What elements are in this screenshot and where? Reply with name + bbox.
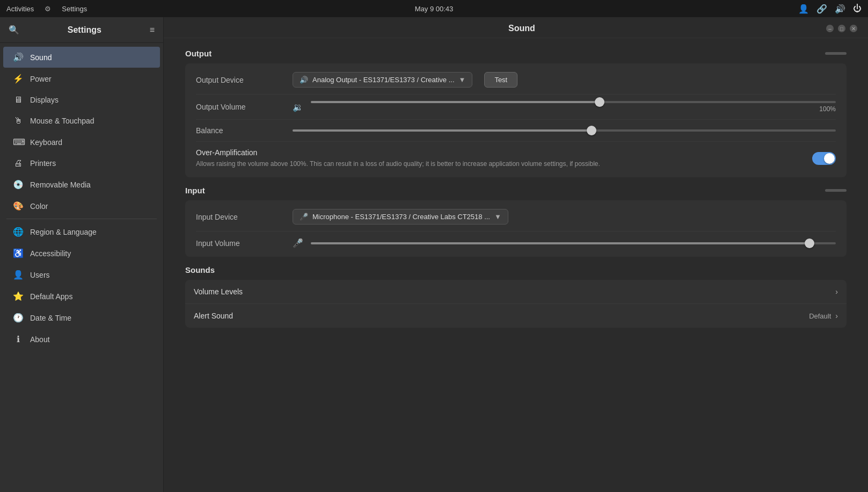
microphone-icon: 🎤 <box>300 213 308 221</box>
output-device-content: 🔊 Analog Output - ES1371/ES1373 / Creati… <box>293 72 836 88</box>
topbar-left: Activities ⚙ Settings <box>6 5 87 13</box>
toggle-knob <box>824 153 835 164</box>
balance-fill <box>293 129 592 132</box>
maximize-button[interactable]: □ <box>838 25 845 32</box>
input-volume-row: Input Volume 🎤 <box>196 231 836 248</box>
sidebar-item-mouse-touchpad[interactable]: 🖱 Mouse & Touchpad <box>3 111 160 131</box>
sounds-list-item[interactable]: Alert Sound Default › <box>185 304 847 328</box>
color-label: Color <box>30 202 48 211</box>
mouse-touchpad-label: Mouse & Touchpad <box>30 117 94 125</box>
users-icon: 👤 <box>13 270 24 280</box>
sidebar-item-printers[interactable]: 🖨 Printers <box>3 153 160 173</box>
displays-icon: 🖥 <box>13 95 24 105</box>
power-icon: ⚡ <box>13 74 24 84</box>
output-volume-slider-wrapper: 100% <box>311 101 836 113</box>
sidebar-item-sound[interactable]: 🔊 Sound <box>3 47 160 68</box>
chevron-right-icon: › <box>835 287 838 296</box>
sidebar: 🔍 Settings ≡ 🔊 Sound ⚡ Power 🖥 Displays … <box>0 17 164 492</box>
sidebar-item-default-apps[interactable]: ⭐ Default Apps <box>3 286 160 307</box>
removable-media-icon: 💿 <box>13 179 24 190</box>
sidebar-header: 🔍 Settings ≡ <box>0 17 163 43</box>
sidebar-item-users[interactable]: 👤 Users <box>3 264 160 285</box>
sidebar-item-keyboard[interactable]: ⌨ Keyboard <box>3 132 160 153</box>
topbar-right: 👤 🔗 🔊 ⏻ <box>798 4 862 14</box>
default-apps-icon: ⭐ <box>13 291 24 301</box>
activities-button[interactable]: Activities <box>6 5 34 13</box>
output-volume-thumb[interactable] <box>595 97 604 107</box>
power-label: Power <box>30 75 52 83</box>
input-volume-thumb[interactable] <box>805 238 814 248</box>
sounds-card: Volume Levels › Alert Sound Default › <box>185 280 847 328</box>
sounds-section-title: Sounds <box>185 265 215 274</box>
input-chevron-down-icon: ▼ <box>494 213 501 221</box>
balance-slider[interactable] <box>293 129 836 132</box>
output-device-dropdown[interactable]: 🔊 Analog Output - ES1371/ES1373 / Creati… <box>293 72 472 88</box>
over-amp-row: Over-Amplification Allows raising the vo… <box>196 142 836 169</box>
color-icon: 🎨 <box>13 201 24 211</box>
input-section-title: Input <box>185 186 205 195</box>
sidebar-item-accessibility[interactable]: ♿ Accessibility <box>3 243 160 264</box>
input-device-value: Microphone - ES1371/ES1373 / Creative La… <box>312 213 490 221</box>
input-device-content: 🎤 Microphone - ES1371/ES1373 / Creative … <box>293 209 836 225</box>
accessibility-icon: ♿ <box>13 248 24 258</box>
search-icon[interactable]: 🔍 <box>9 25 19 35</box>
sidebar-item-color[interactable]: 🎨 Color <box>3 196 160 216</box>
content-area: Sound – □ ✕ Output Output Device 🔊 <box>164 17 868 492</box>
sidebar-item-displays[interactable]: 🖥 Displays <box>3 90 160 110</box>
input-section-header: Input <box>185 186 847 195</box>
over-amp-content: Over-Amplification Allows raising the vo… <box>196 148 812 169</box>
window-title: Sound <box>217 24 826 33</box>
content-scroll: Output Output Device 🔊 Analog Output - E… <box>164 38 868 492</box>
input-volume-label: Input Volume <box>196 239 293 248</box>
input-device-label: Input Device <box>196 213 293 221</box>
topbar: Activities ⚙ Settings May 9 00:43 👤 🔗 🔊 … <box>0 0 868 17</box>
sound-icon: 🔊 <box>13 52 24 62</box>
window-controls: – □ ✕ <box>826 25 857 32</box>
about-label: About <box>30 335 50 344</box>
sidebar-title: Settings <box>68 25 101 35</box>
region-language-icon: 🌐 <box>13 227 24 237</box>
sidebar-item-about[interactable]: ℹ About <box>3 329 160 350</box>
input-volume-slider[interactable] <box>311 242 836 244</box>
default-apps-label: Default Apps <box>30 292 72 301</box>
sidebar-item-date-time[interactable]: 🕐 Date & Time <box>3 307 160 328</box>
settings-topbar-label[interactable]: Settings <box>62 5 87 13</box>
person-icon: 👤 <box>798 4 809 14</box>
sounds-section-header: Sounds <box>185 265 847 274</box>
balance-thumb[interactable] <box>587 126 596 135</box>
output-volume-slider[interactable] <box>311 101 836 103</box>
output-volume-pct: 100% <box>311 105 836 113</box>
removable-media-label: Removable Media <box>30 180 91 189</box>
over-amp-desc: Allows raising the volume above 100%. Th… <box>196 159 812 169</box>
sounds-list-item[interactable]: Volume Levels › <box>185 280 847 304</box>
printers-label: Printers <box>30 159 56 168</box>
printers-icon: 🖨 <box>13 158 24 168</box>
mouse-touchpad-icon: 🖱 <box>13 116 24 126</box>
sidebar-item-removable-media[interactable]: 💿 Removable Media <box>3 174 160 195</box>
output-device-label: Output Device <box>196 76 293 84</box>
menu-icon[interactable]: ≡ <box>150 25 155 35</box>
input-device-dropdown[interactable]: 🎤 Microphone - ES1371/ES1373 / Creative … <box>293 209 508 225</box>
close-button[interactable]: ✕ <box>850 25 857 32</box>
input-device-row: Input Device 🎤 Microphone - ES1371/ES137… <box>196 209 836 231</box>
over-amp-toggle[interactable] <box>812 152 836 165</box>
balance-content <box>293 129 836 132</box>
sidebar-item-region-language[interactable]: 🌐 Region & Language <box>3 221 160 242</box>
output-volume-row: Output Volume 🔉 100% <box>196 95 836 120</box>
region-language-label: Region & Language <box>30 228 97 236</box>
sidebar-nav: 🔊 Sound ⚡ Power 🖥 Displays 🖱 Mouse & Tou… <box>0 43 163 492</box>
chevron-down-icon: ▼ <box>459 76 466 84</box>
test-button[interactable]: Test <box>484 72 517 88</box>
over-amp-title: Over-Amplification <box>196 148 812 157</box>
minimize-button[interactable]: – <box>826 25 834 32</box>
sidebar-item-power[interactable]: ⚡ Power <box>3 68 160 89</box>
input-volume-fill <box>311 242 809 244</box>
volume-medium-icon: 🔉 <box>293 102 304 112</box>
displays-label: Displays <box>30 96 59 104</box>
date-time-label: Date & Time <box>30 314 71 322</box>
network-icon: 🔗 <box>816 4 827 14</box>
output-volume-content: 🔉 100% <box>293 101 836 113</box>
topbar-datetime: May 9 00:43 <box>415 5 454 13</box>
keyboard-icon: ⌨ <box>13 137 24 147</box>
chevron-right-icon: › <box>835 312 838 320</box>
